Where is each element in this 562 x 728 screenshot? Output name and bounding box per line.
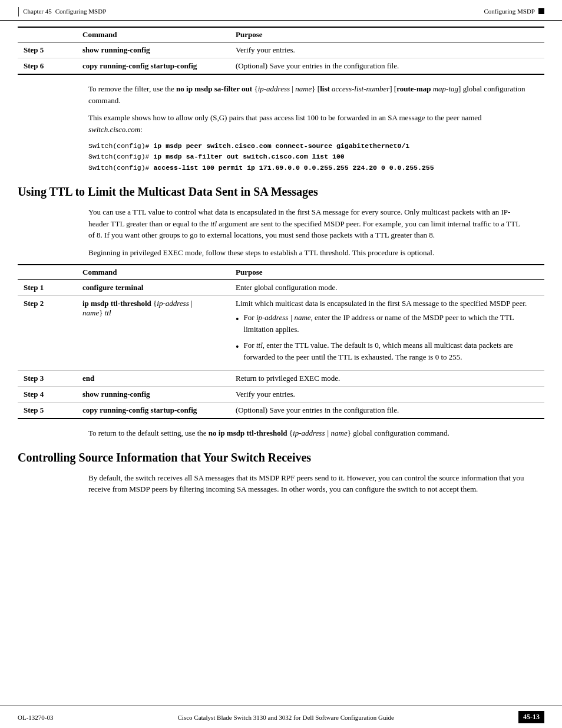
- filter-text-block: To remove the filter, use the no ip msdp…: [88, 83, 527, 173]
- header-black-square: [538, 8, 544, 14]
- cmd-cell-1: configure terminal: [77, 280, 230, 296]
- step-cell: Step 5: [18, 42, 77, 58]
- cmd-cell-4: show running-config: [77, 387, 230, 403]
- col-purpose-header-top: Purpose: [230, 27, 544, 42]
- filter-para2: This example shows how to allow only (S,…: [88, 112, 527, 135]
- filter-list-bold: list: [320, 84, 330, 93]
- table-row: Step 2 ip msdp ttl-threshold {ip-address…: [18, 296, 544, 371]
- bullet1-italic: ip-address | name: [256, 313, 311, 322]
- step-label-3: Step 3: [18, 371, 77, 387]
- filter-routemap-bold: route-map: [396, 84, 431, 93]
- filter-maptag-italic: map-tag: [433, 84, 458, 93]
- filter-cmd-bold: no ip msdp sa-filter out: [176, 84, 252, 93]
- cmd-cell-3: end: [77, 371, 230, 387]
- ttl-command-table: Command Purpose Step 1 configure termina…: [18, 264, 544, 419]
- ttl-col-command-header: Command: [77, 265, 230, 280]
- footer-guide-title: Cisco Catalyst Blade Switch 3130 and 303…: [54, 714, 519, 721]
- filter-para1: To remove the filter, use the no ip msdp…: [88, 83, 527, 106]
- top-command-table: Command Purpose Step 5 show running-conf…: [18, 27, 544, 75]
- controlling-section-heading: Controlling Source Information that Your…: [18, 450, 544, 465]
- bullet2-italic: ttl: [256, 341, 263, 350]
- ttl-no-cmd-bold: no ip msdp ttl-threshold: [209, 429, 287, 437]
- controlling-para: By default, the switch receives all SA m…: [88, 472, 527, 495]
- header-pipe: |: [18, 6, 19, 17]
- purpose-cell: Verify your entries.: [230, 42, 544, 58]
- code-cmd-1: ip msdp peer switch.cisco.com connect-so…: [153, 142, 409, 150]
- cmd-cell-2: ip msdp ttl-threshold {ip-address | name…: [77, 296, 230, 371]
- step-label-5: Step 5: [18, 403, 77, 419]
- cmd2-bold: ip msdp ttl-threshold: [82, 299, 151, 308]
- purpose-cell-3: Return to privileged EXEC mode.: [230, 371, 544, 387]
- header-chapter-title: Configuring MSDP: [55, 8, 107, 15]
- command-cell: copy running-config startup-config: [77, 58, 230, 75]
- code-line-3: Switch(config)# access-list 100 permit i…: [88, 163, 527, 173]
- filter-ipaddr-italic: ip-address: [258, 84, 290, 93]
- bullet-item-2: • For ttl, enter the TTL value. The defa…: [236, 340, 538, 363]
- page-footer: OL-13270-03 Cisco Catalyst Blade Switch …: [0, 706, 562, 728]
- cmd-cell-5: copy running-config startup-config: [77, 403, 230, 419]
- header-left: | Chapter 45 Configuring MSDP: [18, 6, 106, 17]
- table-row: Step 3 end Return to privileged EXEC mod…: [18, 371, 544, 387]
- purpose-cell-4: Verify your entries.: [230, 387, 544, 403]
- bullet-text-2: For ttl, enter the TTL value. The defaul…: [244, 340, 538, 363]
- ttl-text-block: You can use a TTL value to control what …: [88, 206, 527, 258]
- cmd2-ttl: ttl: [105, 308, 111, 317]
- table-row: Step 6 copy running-config startup-confi…: [18, 58, 544, 75]
- purpose-cell-2: Limit which multicast data is encapsulat…: [230, 296, 544, 371]
- ttl-section-heading: Using TTL to Limit the Multicast Data Se…: [18, 184, 544, 199]
- ttl-para1: You can use a TTL value to control what …: [88, 206, 527, 241]
- purpose-cell: (Optional) Save your entries in the conf…: [230, 58, 544, 75]
- filter-name-italic: name: [295, 84, 312, 93]
- header-right-title: Configuring MSDP: [484, 8, 535, 15]
- header-chapter: Chapter 45: [23, 8, 52, 15]
- step2-bullets: • For ip-address | name, enter the IP ad…: [236, 312, 538, 363]
- header-right: Configuring MSDP: [484, 8, 545, 15]
- code-cmd-2: ip msdp sa-filter out switch.cisco.com l…: [153, 153, 344, 160]
- ttl-italic-word: ttl: [210, 219, 217, 228]
- step-cell: Step 6: [18, 58, 77, 75]
- step-label-2: Step 2: [18, 296, 77, 371]
- code-cmd-3: access-list 100 permit ip 171.69.0.0 0.0…: [153, 164, 434, 172]
- ttl-para2: Beginning in privileged EXEC mode, follo…: [88, 247, 527, 259]
- table-row: Step 5 show running-config Verify your e…: [18, 42, 544, 58]
- page-number: 45-13: [518, 711, 544, 723]
- ttl-col-step-header: [18, 265, 77, 280]
- code-line-1: Switch(config)# ip msdp peer switch.cisc…: [88, 141, 527, 151]
- filter-peer-name: switch.cisco.com: [88, 125, 140, 134]
- bullet-icon-1: •: [236, 312, 239, 327]
- filter-code-block: Switch(config)# ip msdp peer switch.cisc…: [88, 141, 527, 173]
- step-label-4: Step 4: [18, 387, 77, 403]
- command-cell: show running-config: [77, 42, 230, 58]
- filter-acl-italic: access-list-number: [332, 84, 389, 93]
- page-header: | Chapter 45 Configuring MSDP Configurin…: [0, 0, 562, 21]
- step-label-1: Step 1: [18, 280, 77, 296]
- bullet-text-1: For ip-address | name, enter the IP addr…: [244, 312, 538, 335]
- footer-doc-number: OL-13270-03: [18, 714, 54, 721]
- code-line-2: Switch(config)# ip msdp sa-filter out sw…: [88, 151, 527, 162]
- purpose-cell-1: Enter global configuration mode.: [230, 280, 544, 296]
- ttl-footer-para: To return to the default setting, use th…: [88, 427, 527, 439]
- table-row: Step 1 configure terminal Enter global c…: [18, 280, 544, 296]
- bullet-icon-2: •: [236, 340, 239, 354]
- col-command-header-top: Command: [77, 27, 230, 42]
- cmd2-ipaddr: ip-address: [157, 299, 189, 308]
- cmd2-name: name: [82, 308, 99, 317]
- main-content: Command Purpose Step 5 show running-conf…: [0, 21, 562, 536]
- table-row: Step 4 show running-config Verify your e…: [18, 387, 544, 403]
- controlling-text-block: By default, the switch receives all SA m…: [88, 472, 527, 495]
- col-step-header: [18, 27, 77, 42]
- table-row: Step 5 copy running-config startup-confi…: [18, 403, 544, 419]
- ttl-footer-block: To return to the default setting, use th…: [88, 427, 527, 439]
- purpose-cell-5: (Optional) Save your entries in the conf…: [230, 403, 544, 419]
- ttl-footer-italic: ip-address | name: [293, 429, 348, 437]
- ttl-col-purpose-header: Purpose: [230, 265, 544, 280]
- bullet-item-1: • For ip-address | name, enter the IP ad…: [236, 312, 538, 335]
- page: | Chapter 45 Configuring MSDP Configurin…: [0, 0, 562, 728]
